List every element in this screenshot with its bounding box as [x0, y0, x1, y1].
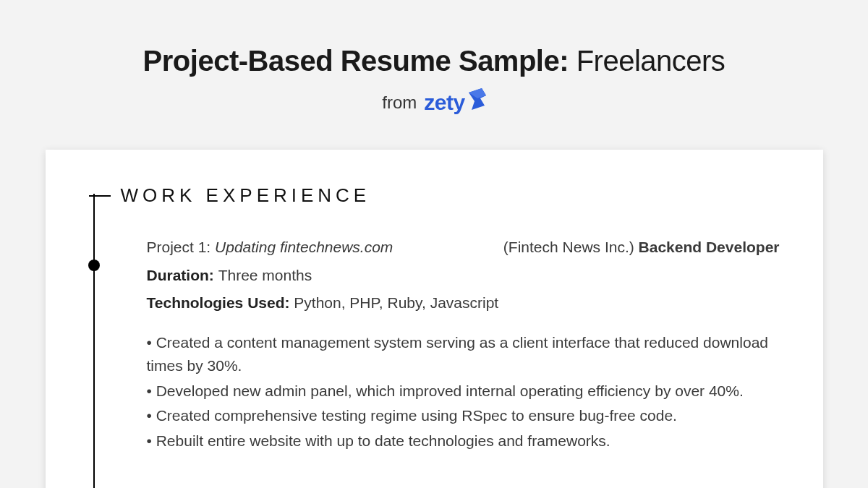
zety-arrow-icon — [467, 88, 486, 110]
page-title: Project-Based Resume Sample: Freelancers — [0, 45, 868, 77]
project-content: Project 1: Updating fintechnews.com (Fin… — [147, 236, 780, 453]
bullet-list: • Created a content management system se… — [147, 331, 780, 453]
project-label: Project 1: — [147, 239, 216, 255]
bullet-item: • Created comprehensive testing regime u… — [147, 404, 780, 428]
tech-value: Python, PHP, Ruby, Javascript — [294, 294, 498, 311]
tech-row: Technologies Used: Python, PHP, Ruby, Ja… — [147, 291, 780, 315]
section-header: WORK EXPERIENCE — [89, 184, 780, 207]
tech-label: Technologies Used: — [147, 294, 294, 311]
timeline-dot-icon — [88, 260, 100, 271]
from-line: from zety — [0, 90, 868, 115]
section-header-line — [89, 195, 111, 197]
bullet-item: • Created a content management system se… — [147, 331, 780, 378]
company-name: (Fintech News Inc.) — [503, 239, 639, 255]
resume-card: WORK EXPERIENCE Project 1: Updating fint… — [46, 150, 823, 488]
project-row-1: Project 1: Updating fintechnews.com (Fin… — [147, 236, 780, 260]
page-header: Project-Based Resume Sample: Freelancers… — [0, 0, 868, 115]
timeline-vertical-line — [93, 194, 95, 488]
project-heading: Project 1: Updating fintechnews.com — [147, 236, 393, 260]
zety-logo: zety — [424, 90, 485, 115]
from-text: from — [382, 93, 417, 113]
duration-label: Duration: — [147, 267, 218, 283]
project-name: Updating fintechnews.com — [215, 239, 393, 255]
role-name: Backend Developer — [639, 239, 780, 255]
title-bold: Project-Based Resume Sample: — [143, 45, 569, 77]
project-company-role: (Fintech News Inc.) Backend Developer — [503, 236, 780, 260]
duration-value: Three months — [218, 267, 312, 283]
duration-row: Duration: Three months — [147, 264, 780, 288]
zety-text: zety — [424, 90, 464, 115]
title-rest: Freelancers — [569, 45, 725, 77]
bullet-item: • Rebuilt entire website with up to date… — [147, 429, 780, 453]
section-title: WORK EXPERIENCE — [121, 184, 371, 207]
bullet-item: • Developed new admin panel, which impro… — [147, 380, 780, 403]
